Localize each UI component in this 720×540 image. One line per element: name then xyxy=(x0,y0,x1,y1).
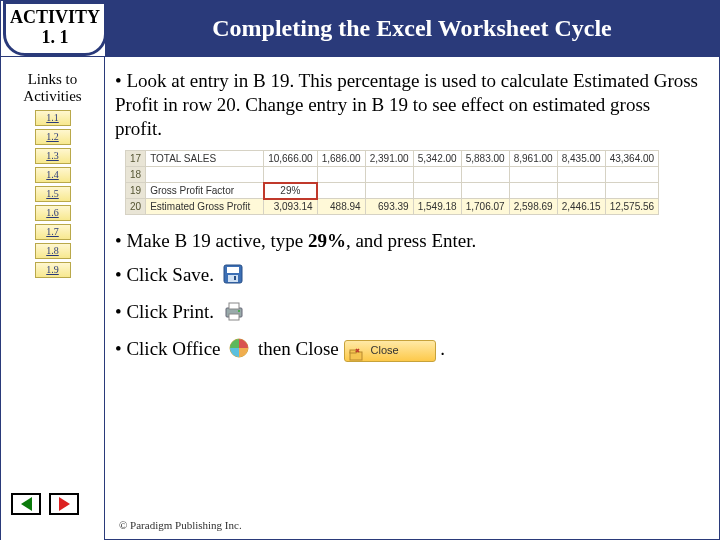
excel-table: 17TOTAL SALES10,666.001,686.002,391.005,… xyxy=(125,150,659,215)
sidebar: Links to Activities 1.1 1.2 1.3 1.4 1.5 … xyxy=(1,57,105,540)
svg-rect-3 xyxy=(234,276,236,280)
arrow-right-icon xyxy=(59,497,70,511)
cell: 10,666.00 xyxy=(264,151,318,167)
svg-rect-2 xyxy=(228,275,238,282)
bullet-2: • Make B 19 active, type 29%, and press … xyxy=(115,229,699,253)
office-icon xyxy=(229,338,249,364)
cell: 2,598.69 xyxy=(509,199,557,215)
cell xyxy=(605,183,659,199)
cell xyxy=(264,167,318,183)
close-folder-icon xyxy=(349,344,363,358)
activity-label: ACTIVITY xyxy=(6,8,104,28)
row-label: Estimated Gross Profit xyxy=(146,199,264,215)
cell: 488.94 xyxy=(317,199,365,215)
sidebar-item-1-1[interactable]: 1.1 xyxy=(35,110,71,126)
slide: ACTIVITY 1. 1 Completing the Excel Works… xyxy=(0,0,720,540)
cell xyxy=(461,167,509,183)
cell: 2,391.00 xyxy=(365,151,413,167)
sidebar-title: Links to Activities xyxy=(1,71,104,104)
sidebar-item-1-6[interactable]: 1.6 xyxy=(35,205,71,221)
footer: © Paradigm Publishing Inc. xyxy=(119,519,242,531)
cell xyxy=(365,183,413,199)
cell xyxy=(365,167,413,183)
svg-rect-5 xyxy=(229,303,239,309)
sidebar-item-1-3[interactable]: 1.3 xyxy=(35,148,71,164)
row-label: Gross Profit Factor xyxy=(146,183,264,199)
print-icon xyxy=(223,300,245,328)
sidebar-item-1-9[interactable]: 1.9 xyxy=(35,262,71,278)
activity-number: 1. 1 xyxy=(6,28,104,48)
cell xyxy=(557,183,605,199)
excel-snippet: 17TOTAL SALES10,666.001,686.002,391.005,… xyxy=(125,150,699,215)
cell xyxy=(509,183,557,199)
row-header: 18 xyxy=(126,167,146,183)
svg-rect-10 xyxy=(350,350,356,353)
cell xyxy=(605,167,659,183)
nav-controls xyxy=(11,493,79,515)
bullet-4: • Click Print. xyxy=(115,300,699,328)
svg-rect-6 xyxy=(229,314,239,320)
bullet-3: • Click Save. xyxy=(115,263,699,290)
page-title: Completing the Excel Worksheet Cycle xyxy=(105,1,719,56)
sidebar-item-1-2[interactable]: 1.2 xyxy=(35,129,71,145)
row-label: TOTAL SALES xyxy=(146,151,264,167)
cell: 3,093.14 xyxy=(264,199,318,215)
cell: 12,575.56 xyxy=(605,199,659,215)
header: ACTIVITY 1. 1 Completing the Excel Works… xyxy=(1,1,719,57)
sidebar-item-1-7[interactable]: 1.7 xyxy=(35,224,71,240)
cell xyxy=(317,183,365,199)
close-button[interactable]: Close xyxy=(344,340,436,362)
content: • Look at entry in B 19. This percentage… xyxy=(105,57,719,540)
cell: 8,435.00 xyxy=(557,151,605,167)
close-label: Close xyxy=(371,344,399,358)
cell xyxy=(461,183,509,199)
cell xyxy=(413,183,461,199)
cell: 693.39 xyxy=(365,199,413,215)
activity-badge: ACTIVITY 1. 1 xyxy=(3,1,107,56)
cell: 8,961.00 xyxy=(509,151,557,167)
row-header: 20 xyxy=(126,199,146,215)
svg-rect-1 xyxy=(227,267,239,273)
bullet-5: • Click Office then Close Close . xyxy=(115,337,699,364)
sidebar-item-1-4[interactable]: 1.4 xyxy=(35,167,71,183)
cell: 43,364.00 xyxy=(605,151,659,167)
cell: 1,549.18 xyxy=(413,199,461,215)
cell xyxy=(317,167,365,183)
row-header: 17 xyxy=(126,151,146,167)
cell: 1,686.00 xyxy=(317,151,365,167)
arrow-left-icon xyxy=(21,497,32,511)
row-label xyxy=(146,167,264,183)
cell: 1,706.07 xyxy=(461,199,509,215)
save-icon xyxy=(223,264,243,290)
cell xyxy=(557,167,605,183)
cell xyxy=(413,167,461,183)
next-button[interactable] xyxy=(49,493,79,515)
cell: 2,446.15 xyxy=(557,199,605,215)
sidebar-item-1-5[interactable]: 1.5 xyxy=(35,186,71,202)
bullet-1: • Look at entry in B 19. This percentage… xyxy=(115,69,699,140)
svg-point-7 xyxy=(238,310,240,312)
prev-button[interactable] xyxy=(11,493,41,515)
row-header: 19 xyxy=(126,183,146,199)
body: Links to Activities 1.1 1.2 1.3 1.4 1.5 … xyxy=(1,57,719,540)
sidebar-item-1-8[interactable]: 1.8 xyxy=(35,243,71,259)
cell xyxy=(509,167,557,183)
cell: 5,883.00 xyxy=(461,151,509,167)
cell: 29% xyxy=(264,183,318,199)
cell: 5,342.00 xyxy=(413,151,461,167)
